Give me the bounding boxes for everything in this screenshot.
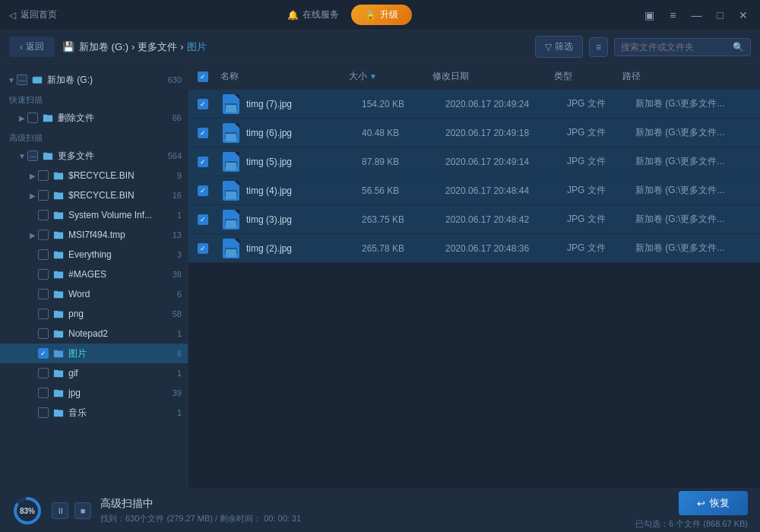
row-checkbox-5[interactable] [198,243,208,254]
search-input[interactable] [621,42,728,52]
table-row[interactable]: JPG timg (5).jpg 87.89 KB 2020.06.17 20:… [188,147,760,176]
row-type-4: JPG 文件 [567,213,635,226]
file-icon-5: JPG [220,238,242,259]
maximize-icon[interactable]: □ [714,8,727,23]
more-checkbox[interactable] [27,150,38,161]
deleted-checkbox[interactable] [27,112,38,123]
sidebar-item-4[interactable]: Everything 3 [0,245,188,264]
row-check-0 [198,99,220,109]
toggle-icon: ▶ [27,170,38,181]
item-checkbox-5[interactable] [38,269,49,280]
restore-icon: ↩ [697,498,705,509]
item-label-1: $RECYCLE.BIN [68,190,169,201]
sidebar-item-deleted[interactable]: ▶ 删除文件 66 [0,108,188,128]
item-label-5: #MAGES [68,269,169,280]
back-button[interactable]: ‹ 返回 [9,36,55,57]
pause-button[interactable]: ⏸ [52,502,68,519]
sidebar-item-more[interactable]: ▼ 更多文件 564 [0,146,188,166]
svg-rect-11 [54,311,58,312]
online-service[interactable]: 🔔 在线服务 [287,8,339,21]
header-type[interactable]: 类型 [554,70,622,83]
sidebar-item-11[interactable]: jpg 39 [0,383,188,403]
header-date[interactable]: 修改日期 [432,70,554,83]
breadcrumb-folder1[interactable]: 更多文件 [138,40,177,54]
row-checkbox-1[interactable] [198,128,208,138]
item-checkbox-6[interactable] [38,289,49,299]
sidebar-item-12[interactable]: 音乐 1 [0,403,188,423]
row-name-3: timg (4).jpg [246,185,362,196]
item-checkbox-10[interactable] [38,368,49,378]
progress-text: 83% [20,506,35,515]
item-label-6: Word [68,289,174,299]
upgrade-button[interactable]: 🔒 升级 [351,5,412,25]
sidebar-item-7[interactable]: png 58 [0,304,188,324]
disk-folder-icon [31,74,43,86]
sidebar-item-6[interactable]: Word 6 [0,284,188,304]
menu2-icon[interactable]: ≡ [667,8,679,23]
header-name[interactable]: 名称 [220,70,349,83]
sidebar-item-10[interactable]: gif 1 [0,363,188,383]
toggle-spacer [27,249,38,260]
disk-icon: 💾 [62,41,74,52]
row-size-5: 265.78 KB [362,243,445,254]
table-row[interactable]: JPG timg (4).jpg 56.56 KB 2020.06.17 20:… [188,176,760,205]
table-row[interactable]: JPG timg (7).jpg 154.20 KB 2020.06.17 20… [188,90,760,119]
row-size-4: 263.75 KB [362,214,445,225]
row-name-0: timg (7).jpg [246,99,362,109]
item-checkbox-9[interactable] [38,348,49,359]
item-checkbox-12[interactable] [38,407,49,418]
row-checkbox-2[interactable] [198,157,208,167]
item-count-6: 6 [177,290,182,299]
toggle-icon: ▶ [27,190,38,201]
item-checkbox-7[interactable] [38,309,49,319]
view-button[interactable]: ≡ [589,37,608,57]
sidebar-item-root[interactable]: ▼ 新加卷 (G:) 630 [0,70,188,90]
row-name-2: timg (5).jpg [246,157,362,167]
sidebar-item-5[interactable]: #MAGES 38 [0,264,188,284]
item-count-9: 6 [177,349,182,358]
sidebar-item-8[interactable]: Notepad2 1 [0,324,188,344]
root-checkbox[interactable] [17,74,27,85]
stop-button[interactable]: ■ [74,502,91,519]
item-label-12: 音乐 [68,407,174,420]
sidebar-item-2[interactable]: System Volume Inf... 1 [0,205,188,225]
close-icon[interactable]: ✕ [736,8,751,23]
table-row[interactable]: JPG timg (3).jpg 263.75 KB 2020.06.17 20… [188,205,760,234]
svg-rect-3 [43,153,47,154]
breadcrumb-current[interactable]: 图片 [187,40,207,54]
filter-icon: ▽ [545,42,552,52]
item-count-4: 3 [177,250,182,259]
sidebar-item-3[interactable]: ▶ MSI7f494.tmp 13 [0,225,188,245]
table-row[interactable]: JPG timg (6).jpg 40.48 KB 2020.06.17 20:… [188,119,760,147]
scan-controls: ⏸ ■ [52,502,91,519]
header-size[interactable]: 大小 ▼ [349,70,432,83]
select-all-checkbox[interactable] [198,71,208,82]
row-checkbox-4[interactable] [198,214,208,225]
svg-rect-4 [54,173,58,174]
search-box: 🔍 [614,38,751,56]
table-row[interactable]: JPG timg (2).jpg 265.78 KB 2020.06.17 20… [188,234,760,263]
item-checkbox-8[interactable] [38,328,49,339]
back-home-btn[interactable]: ◁ 返回首页 [9,8,57,21]
item-checkbox-11[interactable] [38,388,49,398]
row-check-2 [198,157,220,167]
row-date-1: 2020.06.17 20:49:18 [445,128,567,138]
filter-button[interactable]: ▽ 筛选 [535,36,583,58]
sidebar-item-0[interactable]: ▶ $RECYCLE.BIN 9 [0,166,188,185]
breadcrumb-disk[interactable]: 新加卷 (G:) [79,40,128,54]
sidebar-item-1[interactable]: ▶ $RECYCLE.BIN 16 [0,185,188,205]
header-path[interactable]: 路径 [622,70,751,83]
sidebar-item-9[interactable]: 图片 6 [0,344,188,363]
row-checkbox-0[interactable] [198,99,208,109]
menu-icon[interactable]: ▣ [641,8,657,23]
item-checkbox-2[interactable] [38,210,49,220]
restore-button[interactable]: ↩ 恢复 [679,491,748,515]
item-checkbox-4[interactable] [38,249,49,260]
item-checkbox-1[interactable] [38,190,49,201]
minimize-icon[interactable]: — [689,8,705,23]
item-checkbox-0[interactable] [38,170,49,181]
row-size-3: 56.56 KB [362,185,445,196]
folder-icon-deleted [42,112,54,124]
row-checkbox-3[interactable] [198,185,208,196]
item-checkbox-3[interactable] [38,230,49,240]
